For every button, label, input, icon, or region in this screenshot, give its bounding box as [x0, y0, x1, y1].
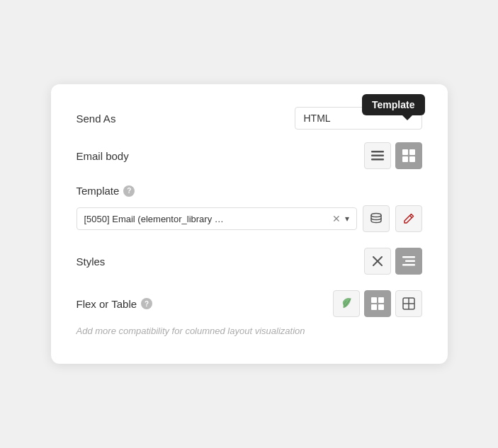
email-body-row: Email body [77, 142, 422, 169]
template-row: Template ? [5050] Email (elementor_libra… [77, 185, 422, 232]
svg-rect-2 [371, 159, 384, 161]
list-icon [371, 151, 384, 161]
x-icon [373, 256, 383, 266]
svg-rect-4 [409, 149, 415, 155]
template-select-value: [5050] Email (elementor_library … [84, 214, 328, 224]
flex-table-grid-button[interactable] [364, 290, 391, 317]
svg-rect-16 [378, 304, 384, 310]
template-select[interactable]: [5050] Email (elementor_library … ✕ ▾ [77, 207, 357, 230]
flex-table-table-button[interactable] [395, 290, 422, 317]
chevron-down-icon: ▾ [345, 214, 349, 224]
svg-rect-3 [402, 149, 408, 155]
send-as-label: Send As [77, 113, 176, 125]
svg-rect-11 [405, 260, 415, 263]
grid2-icon [371, 297, 384, 310]
email-body-list-button[interactable] [364, 142, 391, 169]
styles-clear-button[interactable] [364, 248, 391, 275]
template-help-icon[interactable]: ? [123, 185, 135, 197]
grid-icon [402, 149, 415, 162]
send-as-input[interactable] [295, 107, 422, 130]
template-select-clear[interactable]: ✕ [332, 213, 341, 224]
svg-rect-0 [371, 151, 384, 153]
flex-table-help-icon[interactable]: ? [141, 298, 152, 309]
svg-rect-6 [409, 156, 415, 162]
svg-rect-12 [402, 264, 415, 266]
pencil-icon [403, 213, 414, 224]
email-body-controls [364, 142, 422, 169]
template-edit-button[interactable] [395, 205, 422, 232]
svg-rect-13 [371, 297, 377, 303]
align-right-icon [402, 256, 415, 266]
database-icon [370, 212, 383, 225]
template-label: Template ? [77, 185, 176, 197]
email-body-label: Email body [77, 150, 176, 162]
svg-rect-5 [402, 156, 408, 162]
table-icon [402, 297, 415, 310]
leaf-icon [340, 297, 353, 310]
svg-rect-14 [378, 297, 384, 303]
flex-table-label: Flex or Table ? [77, 298, 176, 310]
styles-row: Styles [77, 248, 422, 275]
hint-text: Add more compatibility for columned layo… [77, 324, 422, 338]
svg-rect-1 [371, 155, 384, 157]
styles-controls [364, 248, 422, 275]
flex-table-leaf-button[interactable] [333, 290, 360, 317]
settings-card: Send As Template Email body [51, 84, 448, 364]
styles-lines-button[interactable] [395, 248, 422, 275]
send-as-row: Send As Template [77, 107, 422, 130]
svg-rect-10 [402, 256, 415, 258]
styles-label: Styles [77, 255, 176, 268]
email-body-grid-button[interactable] [395, 142, 422, 169]
flex-table-controls [333, 290, 422, 317]
template-inner: [5050] Email (elementor_library … ✕ ▾ [77, 205, 422, 232]
flex-table-row: Flex or Table ? [77, 290, 422, 317]
svg-rect-15 [371, 304, 377, 310]
svg-point-7 [371, 214, 381, 217]
template-db-button[interactable] [363, 205, 390, 232]
send-as-controls: Template [295, 107, 422, 130]
